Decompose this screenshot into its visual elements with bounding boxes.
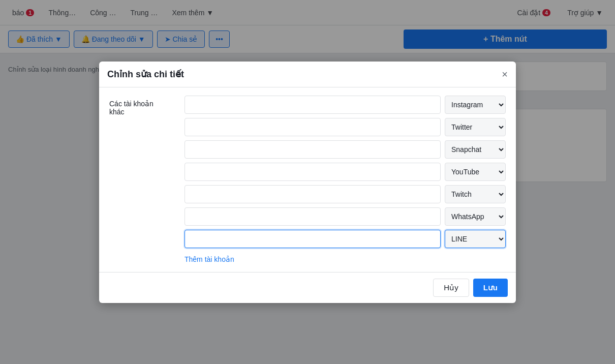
modal-overlay: Chỉnh sửa chi tiết × Các tài khoảnkhác I… [0, 0, 615, 364]
select-line[interactable]: Instagram Twitter Snapchat YouTube Twitc… [445, 230, 506, 248]
select-instagram[interactable]: Instagram Twitter Snapchat YouTube Twitc… [445, 96, 506, 114]
field-row-line: Instagram Twitter Snapchat YouTube Twitc… [184, 230, 506, 248]
cancel-button[interactable]: Hủy [433, 279, 469, 297]
select-twitter[interactable]: Instagram Twitter Snapchat YouTube Twitc… [445, 118, 506, 136]
form-label-accounts: Các tài khoảnkhác [109, 96, 180, 116]
field-row-instagram: Instagram Twitter Snapchat YouTube Twitc… [184, 96, 506, 114]
field-row-twitch: Instagram Twitter Snapchat YouTube Twitc… [184, 185, 506, 203]
field-row-youtube: Instagram Twitter Snapchat YouTube Twitc… [184, 163, 506, 181]
input-youtube[interactable] [184, 163, 441, 181]
field-row-snapchat: Instagram Twitter Snapchat YouTube Twitc… [184, 140, 506, 159]
modal-title: Chỉnh sửa chi tiết [107, 69, 184, 80]
input-instagram[interactable] [184, 96, 441, 114]
input-whatsapp[interactable] [184, 207, 441, 226]
input-snapchat[interactable] [184, 140, 441, 159]
field-row-whatsapp: Instagram Twitter Snapchat YouTube Twitc… [184, 207, 506, 226]
field-row-twitter: Instagram Twitter Snapchat YouTube Twitc… [184, 118, 506, 136]
select-whatsapp[interactable]: Instagram Twitter Snapchat YouTube Twitc… [445, 207, 506, 226]
input-twitter[interactable] [184, 118, 441, 136]
modal-close-button[interactable]: × [502, 69, 508, 79]
select-youtube[interactable]: Instagram Twitter Snapchat YouTube Twitc… [445, 163, 506, 181]
input-twitch[interactable] [184, 185, 441, 203]
modal-body: Các tài khoảnkhác Instagram Twitter Snap… [99, 87, 516, 272]
form-row-accounts: Các tài khoảnkhác Instagram Twitter Snap… [109, 96, 506, 248]
form-fields: Instagram Twitter Snapchat YouTube Twitc… [184, 96, 506, 248]
modal: Chỉnh sửa chi tiết × Các tài khoảnkhác I… [99, 62, 516, 303]
input-line[interactable] [184, 230, 441, 248]
modal-footer: Hủy Lưu [99, 272, 516, 303]
select-snapchat[interactable]: Instagram Twitter Snapchat YouTube Twitc… [445, 140, 506, 159]
save-button[interactable]: Lưu [473, 279, 508, 297]
modal-header: Chỉnh sửa chi tiết × [99, 62, 516, 87]
add-account-link[interactable]: Thêm tài khoản [184, 255, 234, 263]
select-twitch[interactable]: Instagram Twitter Snapchat YouTube Twitc… [445, 185, 506, 203]
